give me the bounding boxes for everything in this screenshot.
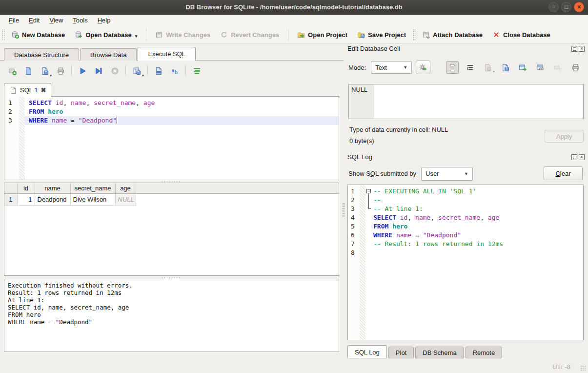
dropdown-arrow-icon[interactable]: ▾ [142,73,144,78]
dropdown-arrow-icon[interactable]: ▾ [50,73,52,78]
maximize-button[interactable]: □ [561,2,571,12]
close-panel-icon[interactable]: ✕ [579,154,585,160]
import-settings-button[interactable] [416,61,430,74]
log-filter-label: Show SQL submitted by [348,170,416,177]
column-header-id[interactable]: id [17,183,35,193]
editor-code-area[interactable]: SELECT id, name, secret_name, ageFROM he… [25,97,339,180]
minimize-button[interactable]: − [548,2,559,12]
open-sql-button[interactable] [22,65,35,77]
float-panel-icon[interactable] [571,154,577,160]
table-cell[interactable]: Deadpond [35,193,70,205]
sql-editor[interactable]: 123 SELECT id, name, secret_name, ageFRO… [4,96,339,180]
table-cell[interactable]: NULL [115,193,136,205]
menu-edit[interactable]: Edit [24,16,44,25]
column-header-name[interactable]: name [35,183,70,193]
results-table: idnamesecret_nameage11DeadpondDive Wilso… [4,183,339,206]
dock-tab-db-schema[interactable]: DB Schema [415,347,464,358]
import-cell-button[interactable] [499,61,511,74]
clear-log-button[interactable]: Clear [544,166,583,180]
close-button[interactable]: ✕ [574,2,584,12]
print-button[interactable] [54,65,67,77]
menu-bar: FileEditViewToolsHelp [0,15,588,26]
log-line: -- EXECUTING ALL IN 'SQL 1' [372,187,583,196]
table-cell[interactable]: 1 [17,193,35,205]
resize-grip-icon[interactable] [580,365,586,371]
apply-button[interactable]: Apply [545,130,584,143]
execute-line-button[interactable] [92,65,105,77]
cell-edit-area[interactable] [374,84,583,119]
cell-value-editor[interactable]: NULL [348,84,584,119]
column-header-secret_name[interactable]: secret_name [70,183,115,193]
dock-tab-plot[interactable]: Plot [388,347,414,358]
open-in-app-button[interactable] [534,61,547,74]
log-line-numbers: 12345678 [348,185,360,340]
fold-collapse-icon[interactable] [366,189,371,193]
close-database-icon [492,31,500,39]
log-line [372,249,583,257]
column-header-age[interactable]: age [115,183,136,193]
new-database-icon [11,31,19,39]
open-project-button[interactable]: Open Project [292,28,352,41]
log-filter-select[interactable]: User ▼ [421,167,473,181]
mode-select[interactable]: Text ▼ [371,61,412,74]
dropdown-arrow-icon[interactable]: ▾ [135,34,138,39]
export-cell-button[interactable] [516,61,529,74]
close-tab-icon[interactable]: ✖ [41,86,46,94]
vertical-splitter[interactable] [342,203,345,217]
execute-all-button[interactable] [76,65,89,77]
menu-help[interactable]: Help [93,16,116,25]
attach-database-button[interactable]: Attach Database [417,28,487,41]
word-wrap-button[interactable] [464,61,476,74]
chevron-down-icon: ▼ [464,171,468,176]
toolbar-separator [125,65,126,76]
header-filler [136,183,339,193]
save-project-button[interactable]: Save Project [352,28,411,41]
menu-view[interactable]: View [44,16,68,25]
tab-browse-data[interactable]: Browse Data [80,48,137,61]
log-line: -- [372,196,583,205]
format-button[interactable] [190,65,203,77]
right-dock: Edit Database Cell ✕ Mode: Text ▼ ▾ NULL… [346,44,585,366]
new-tab-button[interactable] [6,65,19,77]
sql-file-icon [9,86,17,94]
toolbar-label: New Database [22,31,65,39]
editor-line[interactable]: SELECT id, name, secret_name, age [25,99,339,107]
autocomplete-button[interactable]: ab [168,65,181,77]
table-cell[interactable]: Dive Wilson [70,193,115,205]
sql-tab[interactable]: SQL 1 ✖ [4,83,51,97]
log-filter-value: User [426,170,439,177]
results-header-row: idnamesecret_nameage [4,183,339,193]
encoding-indicator[interactable]: UTF-8 [552,363,570,371]
table-row[interactable]: 11DeadpondDive WilsonNULL [4,193,339,205]
toolbar-separator [71,65,72,76]
new-database-button[interactable]: New Database [6,28,70,41]
editor-line[interactable]: FROM hero [25,107,339,116]
sql-file-icon [9,86,17,94]
find-button[interactable] [152,65,165,77]
toolbar-label: Close Database [503,31,550,39]
tab-execute-sql[interactable]: Execute SQL [138,47,196,61]
dock-tab-sql-log[interactable]: SQL Log [347,345,387,358]
row-number[interactable]: 1 [4,193,17,205]
row-number-header[interactable] [4,183,17,193]
open-database-button[interactable]: Open Database▾ [70,28,142,41]
text-mode-button[interactable] [446,61,459,74]
print-cell-button[interactable] [569,61,582,74]
close-panel-icon[interactable]: ✕ [579,46,585,52]
save-sql-button[interactable]: ▾ [38,65,51,77]
write-changes-button: Write Changes [150,28,215,41]
editor-line[interactable]: WHERE name = "Deadpond" [25,116,339,125]
menu-tools[interactable]: Tools [68,16,92,25]
edit-cell-header: Edit Database Cell ✕ [347,45,585,52]
dock-tab-remote[interactable]: Remote [466,347,503,358]
float-panel-icon[interactable] [571,46,577,52]
menu-file[interactable]: File [4,16,24,25]
open-project-icon [297,31,305,39]
log-fold-markers[interactable] [365,185,372,340]
mode-label: Mode: [348,64,366,71]
close-database-button[interactable]: Close Database [487,28,555,41]
sql-log-title: SQL Log [347,153,372,161]
export-csv-button[interactable]: ▾ [130,65,143,77]
main-tab-bar: Database StructureBrowse DataExecute SQL [4,47,197,61]
tab-database-structure[interactable]: Database Structure [4,48,79,61]
